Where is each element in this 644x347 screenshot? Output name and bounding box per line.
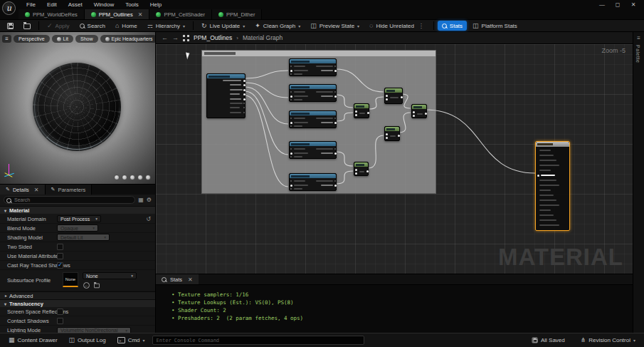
node-pin[interactable] (537, 175, 539, 177)
menu-edit[interactable]: Edit (42, 1, 62, 9)
node-pin[interactable] (334, 91, 336, 93)
node-pin[interactable] (366, 170, 369, 172)
back-arrow-icon[interactable]: ← (162, 34, 168, 41)
node-pin[interactable] (413, 111, 415, 113)
preview-viewport[interactable]: ≡ PerspectiveLitShowEpic Headquarters (0, 32, 155, 184)
node-pin[interactable] (355, 110, 357, 113)
menu-help[interactable]: Help (145, 1, 167, 9)
section-translucency[interactable]: ▾ Translucency (0, 299, 155, 307)
viewport-environment-button[interactable]: Epic Headquarters (100, 35, 156, 43)
stats-panel-tab[interactable]: Stats ✕ (156, 274, 199, 284)
use-selected-asset-icon[interactable]: ← (83, 282, 90, 289)
details-tab-close-icon[interactable]: ✕ (34, 187, 39, 193)
viewport-show-button[interactable]: Show (75, 35, 98, 43)
node-pin[interactable] (290, 152, 292, 155)
viewport-lit-button[interactable]: Lit (52, 35, 73, 43)
maximize-button[interactable]: ◻ (610, 0, 625, 9)
node-pin[interactable] (355, 169, 357, 171)
node-pin[interactable] (290, 122, 292, 124)
menu-file[interactable]: File (21, 1, 41, 9)
revision-control-button[interactable]: ⋔ Revision Control ▾ (576, 336, 640, 346)
node-pin[interactable] (386, 137, 388, 139)
asset-tab-ppm_worldderes[interactable]: PPM_WorldDeRes (19, 9, 85, 19)
node-pin[interactable] (290, 156, 292, 157)
node-pin[interactable] (398, 135, 400, 137)
asset-tab-ppm_cellshader[interactable]: PPM_CellShader (149, 9, 212, 19)
toolbar-home-button[interactable]: ⌂Home (111, 21, 142, 31)
graph-node-op[interactable] (384, 126, 400, 141)
contact-shadows-checkbox[interactable] (57, 318, 63, 324)
node-pin[interactable] (386, 133, 388, 135)
node-pin[interactable] (401, 96, 403, 98)
graph-node-wide[interactable] (289, 141, 337, 159)
node-pin[interactable] (290, 70, 292, 72)
toolbar-platform-stats-button[interactable]: ◫Platform Stats (468, 21, 522, 31)
node-pin[interactable] (355, 114, 357, 116)
node-pin[interactable] (334, 122, 337, 124)
graph-node-wide[interactable] (289, 84, 337, 102)
node-pin[interactable] (290, 148, 292, 150)
details-search-input[interactable] (4, 196, 135, 204)
graph-node-result[interactable] (535, 141, 570, 231)
node-pin[interactable] (367, 112, 369, 114)
section-advanced[interactable]: ▾ Advanced (0, 291, 155, 299)
node-pin[interactable] (334, 148, 336, 150)
node-pin[interactable] (334, 118, 336, 119)
graph-node-wide[interactable] (289, 58, 337, 76)
node-pin[interactable] (290, 99, 292, 100)
node-pin[interactable] (425, 113, 427, 115)
node-pin[interactable] (334, 185, 337, 187)
stats-tab-close-icon[interactable]: ✕ (188, 276, 193, 283)
node-pin[interactable] (334, 70, 337, 72)
node-pin[interactable] (386, 98, 388, 100)
toolbar-preview-state-button[interactable]: ◫Preview State▾ (306, 21, 364, 31)
graph-node-wide[interactable] (289, 173, 337, 191)
subsurface-profile-thumbnail[interactable]: None (63, 272, 78, 287)
preview-shape-button[interactable] (145, 175, 151, 180)
preview-shape-button[interactable] (130, 175, 135, 180)
node-pin[interactable] (334, 66, 336, 67)
node-pin[interactable] (290, 185, 292, 187)
menu-window[interactable]: Window (89, 1, 119, 9)
asset-tab-ppm_dither[interactable]: PPM_Dither (212, 9, 262, 19)
forward-arrow-icon[interactable]: → (172, 34, 179, 41)
preview-shape-button[interactable] (137, 175, 143, 180)
node-pin[interactable] (290, 180, 292, 182)
toolbar-hierarchy-button[interactable]: ⚎Hierarchy▾ (143, 21, 189, 31)
reset-to-default-icon[interactable]: ↺ (146, 216, 151, 222)
graph-node-op[interactable] (384, 88, 403, 104)
breadcrumb-asset[interactable]: PPM_Outlines (194, 34, 232, 41)
content-drawer-button[interactable]: ▦ Content Drawer (4, 336, 62, 346)
output-log-button[interactable]: ◫ Output Log (65, 336, 110, 346)
graph-node-op[interactable] (411, 104, 427, 118)
preview-shape-button[interactable] (122, 175, 127, 180)
close-button[interactable]: ✕ (625, 0, 641, 9)
save-button[interactable] (3, 21, 18, 31)
node-pin[interactable] (290, 66, 292, 67)
toolbar-live-update-button[interactable]: ↻Live Update▾ (197, 21, 249, 31)
node-pin[interactable] (355, 172, 357, 175)
section-material[interactable]: ▾ Material (0, 206, 155, 214)
unreal-logo-icon[interactable]: u (2, 1, 16, 15)
browse-to-asset-icon[interactable] (94, 283, 100, 287)
settings-gear-icon[interactable]: ⚙ (147, 197, 152, 203)
tab-details[interactable]: ✎ Details ✕ (0, 185, 46, 195)
node-pin[interactable] (243, 98, 246, 100)
node-pin[interactable] (243, 80, 246, 82)
node-pin[interactable] (290, 118, 292, 119)
use-material-attributes-checkbox[interactable] (57, 253, 63, 259)
node-pin[interactable] (290, 73, 292, 75)
node-pin[interactable] (334, 180, 336, 182)
graph-node-op[interactable] (354, 162, 369, 176)
node-pin[interactable] (334, 152, 337, 155)
material-domain-dropdown[interactable]: Post Process ▾ (57, 215, 101, 222)
cmd-dropdown[interactable]: >_ Cmd ▾ (113, 336, 149, 346)
node-pin[interactable] (290, 125, 292, 127)
toolbar-stats-button[interactable]: Stats (438, 21, 467, 31)
node-pin[interactable] (334, 95, 337, 98)
cast-ray-traced-shadows-checkbox[interactable]: ✓ (57, 262, 63, 269)
tab-parameters[interactable]: ✎ Parameters (46, 185, 93, 195)
node-pin[interactable] (413, 115, 415, 117)
toolbar-search-button[interactable]: Search (75, 21, 110, 31)
node-pin[interactable] (243, 93, 246, 95)
